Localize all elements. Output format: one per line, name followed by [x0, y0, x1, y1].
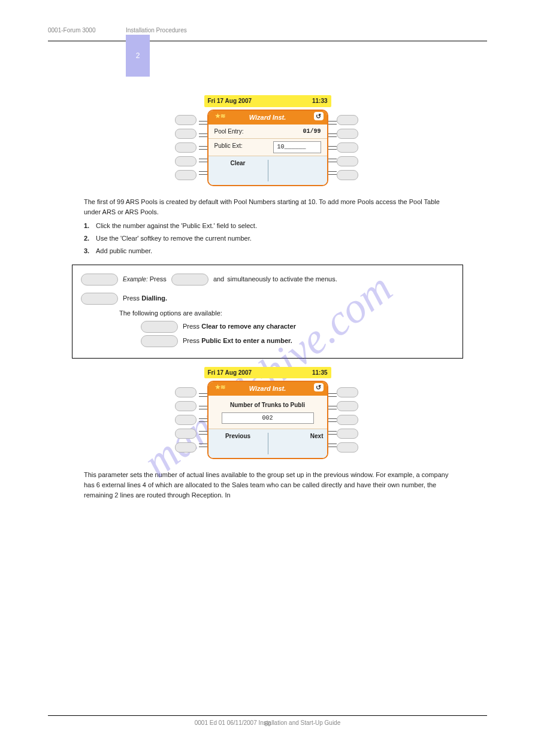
softkey-l1[interactable]: [175, 115, 197, 125]
example-step3: The following options are available:: [119, 308, 454, 318]
softkey-r1[interactable]: [337, 115, 358, 125]
public-ext-label: Public Ext:: [214, 141, 243, 153]
softkey2-r2[interactable]: [337, 401, 358, 411]
pool-entry-value: 01/99: [303, 127, 321, 136]
example-button-opt2[interactable]: [141, 335, 178, 347]
softkey-l3[interactable]: [175, 142, 197, 153]
softkey2-r3[interactable]: [337, 415, 358, 425]
paragraph-2: This parameter sets the number of actual…: [84, 470, 455, 500]
header-left: 0001-Forum 3000: [48, 27, 126, 34]
screen1: ★≋ Wizard Inst. ↺ Pool Entry: 01/99 Publ…: [207, 110, 328, 186]
softkey-next[interactable]: Next: [268, 429, 327, 458]
back-icon-2: ↺: [314, 383, 324, 391]
back-icon: ↺: [314, 112, 324, 120]
screen1-title: Wizard Inst.: [249, 114, 286, 121]
example-step1a: Example: Press: [123, 274, 167, 284]
softkey-l5[interactable]: [175, 170, 197, 180]
star-icon-2: ★≋: [212, 383, 229, 391]
softkey-clear[interactable]: Clear: [208, 156, 268, 185]
softkey-l2[interactable]: [175, 129, 197, 139]
list-item-2: Use the 'Clear' softkey to remove the cu…: [96, 233, 487, 244]
page-footer: 0001 Ed 01 06/11/2007 Installation and S…: [48, 715, 487, 726]
screen2-time: 11:35: [312, 368, 328, 378]
softkey2-l4[interactable]: [175, 429, 197, 439]
softkey-l4[interactable]: [175, 156, 197, 166]
softkey2-l1[interactable]: [175, 387, 197, 397]
list-item-3: Add public number.: [96, 246, 487, 256]
softkey-r2[interactable]: [337, 129, 358, 139]
screen2-title: Wizard Inst.: [249, 385, 286, 392]
softkey2-r4[interactable]: [337, 429, 358, 439]
example-button-1b[interactable]: [171, 274, 208, 286]
list-item-1: Click the number against the 'Public Ext…: [96, 221, 487, 231]
softkey-r3[interactable]: [337, 142, 358, 153]
softkey-r4[interactable]: [337, 156, 358, 166]
paragraph-1: The first of 99 ARS Pools is created by …: [84, 197, 455, 217]
header-rule: [48, 41, 487, 41]
softkey2-l5[interactable]: [175, 442, 197, 453]
softkey2-l2[interactable]: [175, 401, 197, 411]
example-opt1: Press Clear to remove any character: [183, 321, 296, 332]
screen1-time: 11:33: [312, 96, 328, 106]
star-icon: ★≋: [212, 112, 229, 120]
screen2: ★≋ Wizard Inst. ↺ Number of Trunks to Pu…: [207, 381, 328, 459]
example-opt2: Press Public Ext to enter a number.: [183, 336, 292, 346]
trunks-input[interactable]: 002: [222, 412, 314, 424]
softkey2-r1[interactable]: [337, 387, 358, 397]
pool-entry-label: Pool Entry:: [214, 127, 244, 136]
soft-divider: [268, 160, 268, 181]
header-right: Installation Procedures: [126, 27, 487, 34]
phone-screenshot-2: Fri 17 Aug 2007 11:35 ★≋: [175, 367, 361, 460]
page-number: 60: [264, 721, 271, 727]
phone-screenshot-1: Fri 17 Aug 2007 11:33 ★≋: [175, 95, 361, 186]
soft-divider-2: [268, 433, 268, 454]
example-step1b: and simultaneously to activate the menus…: [213, 274, 337, 284]
example-step2: Press Dialling.: [123, 293, 167, 303]
example-button-2[interactable]: [81, 293, 118, 305]
example-button-opt1[interactable]: [141, 321, 178, 333]
public-ext-input[interactable]: 10______: [273, 141, 321, 153]
softkey2-r5[interactable]: [337, 442, 358, 453]
chapter-tab: 2: [126, 35, 150, 77]
screen1-date: Fri 17 Aug 2007: [208, 96, 252, 106]
numbered-list: 1.Click the number against the 'Public E…: [84, 221, 487, 256]
trunks-label: Number of Trunks to Publi: [214, 400, 321, 410]
example-button-1a[interactable]: [81, 274, 118, 286]
softkey2-l3[interactable]: [175, 415, 197, 425]
softkey-previous[interactable]: Previous: [208, 429, 268, 458]
example-box: Example: Press and simultaneously to act…: [72, 265, 463, 359]
screen2-date: Fri 17 Aug 2007: [208, 368, 252, 378]
softkey-r5[interactable]: [337, 170, 358, 180]
